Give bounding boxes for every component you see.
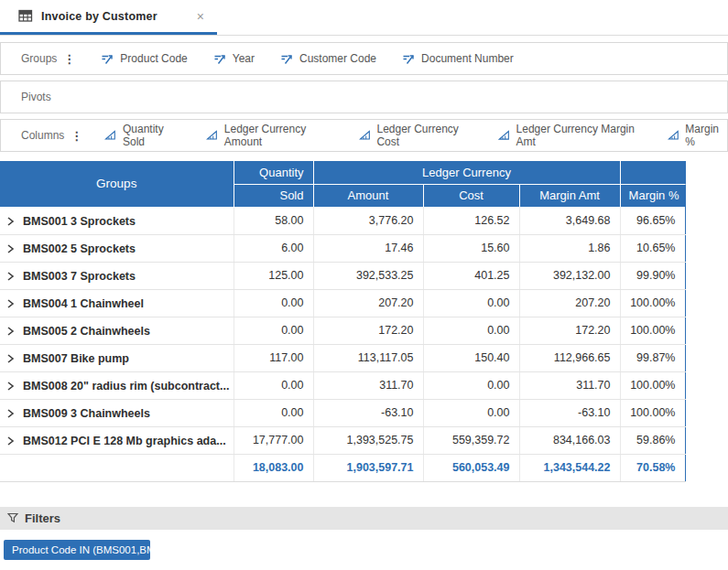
column-field-label: Ledger Currency Margin Amt xyxy=(516,123,644,148)
filter-chip[interactable]: Product Code IN (BMS001,BM... xyxy=(4,540,150,560)
column-field-label: Quantity Sold xyxy=(123,123,182,148)
header-sold[interactable]: Sold xyxy=(234,184,313,207)
expand-chevron-icon[interactable] xyxy=(6,351,23,364)
quantity-sold-cell: 117.00 xyxy=(234,344,313,371)
pivots-drop-zone: Pivots xyxy=(0,81,728,113)
group-label-cell[interactable]: BMS001 3 Sprockets xyxy=(0,207,234,234)
filter-funnel-icon xyxy=(7,512,18,523)
ledger-cost-cell: 15.60 xyxy=(423,234,519,262)
columns-field-list: Quantity Sold Ledger Currency Amount Led… xyxy=(104,123,727,148)
ledger-cost-cell: 0.00 xyxy=(423,317,519,344)
ledger-margin-amt-cell: 112,966.65 xyxy=(519,344,620,371)
header-groups[interactable]: Groups xyxy=(0,161,234,207)
expand-chevron-icon[interactable] xyxy=(6,214,23,227)
ledger-margin-amt-cell: 172.20 xyxy=(519,317,620,344)
ledger-cost-cell: 401.25 xyxy=(423,262,519,289)
groups-bar-label: Groups xyxy=(21,52,57,65)
expand-chevron-icon[interactable] xyxy=(6,242,23,254)
header-margin-amt[interactable]: Margin Amt xyxy=(519,184,620,207)
group-field-chip[interactable]: Document Number xyxy=(402,52,514,65)
quantity-sold-cell: 58.00 xyxy=(234,207,313,234)
column-field-icon xyxy=(359,130,371,141)
header-ledger-currency[interactable]: Ledger Currency xyxy=(313,161,620,184)
ledger-margin-amt-cell: 834,166.03 xyxy=(519,426,620,454)
table-row[interactable]: BMS012 PCI E 128 Mb graphics ada... 17,7… xyxy=(0,426,685,454)
margin-pct-cell: 59.86% xyxy=(620,426,685,454)
table-row[interactable]: BMS005 2 Chainwheels 0.00 172.20 0.00 17… xyxy=(0,317,685,344)
tab-close-icon[interactable]: × xyxy=(197,10,204,23)
header-margin-pct-spacer xyxy=(620,161,685,184)
table-row[interactable]: BMS009 3 Chainwheels 0.00 -63.10 0.00 -6… xyxy=(0,399,685,426)
table-row[interactable]: BMS004 1 Chainwheel 0.00 207.20 0.00 207… xyxy=(0,289,685,317)
column-field-chip[interactable]: Ledger Currency Amount xyxy=(206,123,335,148)
ledger-amount-cell: 113,117.05 xyxy=(313,344,423,371)
group-label: BMS003 7 Sprockets xyxy=(23,269,136,282)
group-label-cell[interactable]: BMS002 5 Sprockets xyxy=(0,234,234,262)
column-field-chip[interactable]: Quantity Sold xyxy=(104,123,182,148)
expand-chevron-icon[interactable] xyxy=(6,379,23,392)
group-field-icon xyxy=(213,53,226,65)
ledger-margin-amt-cell: 3,649.68 xyxy=(519,207,620,234)
ledger-margin-amt-cell: -63.10 xyxy=(519,399,620,426)
table-row[interactable]: BMS008 20" radius rim (subcontract... 0.… xyxy=(0,371,685,399)
column-field-chip[interactable]: Ledger Currency Margin Amt xyxy=(498,123,644,148)
totals-margin-amt: 1,343,544.22 xyxy=(519,454,620,481)
group-field-chip[interactable]: Product Code xyxy=(101,52,187,65)
group-field-icon xyxy=(101,53,114,65)
group-label-cell[interactable]: BMS012 PCI E 128 Mb graphics ada... xyxy=(0,426,234,454)
table-row[interactable]: BMS003 7 Sprockets 125.00 392,533.25 401… xyxy=(0,262,685,289)
group-label: BMS004 1 Chainwheel xyxy=(23,296,144,309)
group-label: BMS007 Bike pump xyxy=(23,351,129,364)
group-label-cell[interactable]: BMS004 1 Chainwheel xyxy=(0,289,234,317)
group-label-cell[interactable]: BMS003 7 Sprockets xyxy=(0,262,234,289)
totals-label-cell xyxy=(0,454,234,481)
groups-menu-icon[interactable]: ⋮ xyxy=(63,53,75,65)
group-label-cell[interactable]: BMS007 Bike pump xyxy=(0,344,234,371)
table-row[interactable]: BMS007 Bike pump 117.00 113,117.05 150.4… xyxy=(0,344,685,371)
expand-chevron-icon[interactable] xyxy=(6,296,23,309)
ledger-amount-cell: 172.20 xyxy=(313,317,423,344)
column-field-label: Ledger Currency Cost xyxy=(376,123,473,148)
ledger-amount-cell: 3,776.20 xyxy=(313,207,423,234)
expand-chevron-icon[interactable] xyxy=(6,434,23,446)
columns-bar-label: Columns xyxy=(21,129,64,142)
header-margin-pct[interactable]: Margin % xyxy=(620,184,685,207)
tab-label: Invoice by Customer xyxy=(41,10,158,23)
table-row[interactable]: BMS001 3 Sprockets 58.00 3,776.20 126.52… xyxy=(0,207,685,234)
expand-chevron-icon[interactable] xyxy=(6,269,23,282)
column-field-icon xyxy=(668,130,679,141)
quantity-sold-cell: 0.00 xyxy=(234,317,313,344)
column-field-chip[interactable]: Margin % xyxy=(668,123,727,148)
column-field-chip[interactable]: Ledger Currency Cost xyxy=(359,123,474,148)
columns-menu-icon[interactable]: ⋮ xyxy=(71,130,82,142)
quantity-sold-cell: 0.00 xyxy=(234,289,313,317)
header-amount[interactable]: Amount xyxy=(313,184,423,207)
ledger-amount-cell: 1,393,525.75 xyxy=(313,426,423,454)
margin-pct-cell: 100.00% xyxy=(620,289,685,317)
margin-pct-cell: 100.00% xyxy=(620,399,685,426)
filters-section-header[interactable]: Filters xyxy=(0,507,728,530)
group-label-cell[interactable]: BMS008 20" radius rim (subcontract... xyxy=(0,371,234,399)
expand-chevron-icon[interactable] xyxy=(6,324,23,337)
group-field-label: Product Code xyxy=(120,52,187,65)
tab-invoice-by-customer[interactable]: Invoice by Customer × xyxy=(0,0,217,35)
group-field-chip[interactable]: Year xyxy=(213,52,255,65)
group-label-cell[interactable]: BMS005 2 Chainwheels xyxy=(0,317,234,344)
group-field-label: Document Number xyxy=(421,52,514,65)
group-field-label: Year xyxy=(233,52,255,65)
header-quantity[interactable]: Quantity xyxy=(234,161,313,184)
margin-pct-cell: 99.87% xyxy=(620,344,685,371)
group-label-cell[interactable]: BMS009 3 Chainwheels xyxy=(0,399,234,426)
column-field-label: Margin % xyxy=(685,123,727,148)
header-cost[interactable]: Cost xyxy=(423,184,519,207)
ledger-amount-cell: -63.10 xyxy=(313,399,423,426)
group-label: BMS009 3 Chainwheels xyxy=(23,406,150,419)
quantity-sold-cell: 6.00 xyxy=(234,234,313,262)
pivots-bar-label: Pivots xyxy=(21,91,51,103)
groups-drop-zone: Groups ⋮ Product Code Year Customer Code xyxy=(0,42,728,75)
ledger-cost-cell: 0.00 xyxy=(423,371,519,399)
table-row[interactable]: BMS002 5 Sprockets 6.00 17.46 15.60 1.86… xyxy=(0,234,685,262)
expand-chevron-icon[interactable] xyxy=(6,406,23,419)
group-field-chip[interactable]: Customer Code xyxy=(280,52,376,65)
ledger-cost-cell: 0.00 xyxy=(423,399,519,426)
